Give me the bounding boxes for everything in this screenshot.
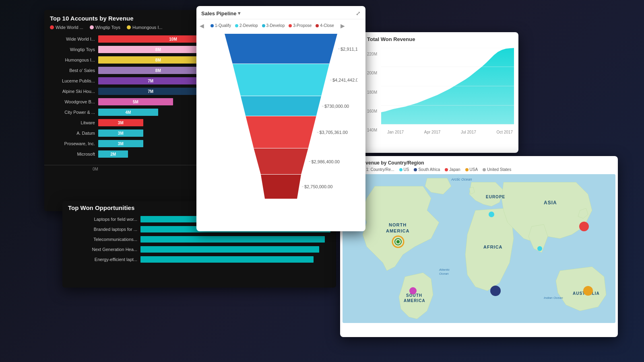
funnel-segment	[233, 64, 329, 96]
funnel-value-label: $4,241,442.00	[332, 78, 357, 82]
funnel-value-label: $730,000.00	[324, 104, 349, 109]
accounts-bar-fill: 7M	[98, 88, 203, 95]
atlantic-ocean-label2: Ocean	[439, 272, 449, 276]
dot-europe	[489, 212, 494, 217]
axis-min: 0M	[93, 167, 98, 171]
funnel-legend-item: 1-Qualify	[211, 23, 231, 28]
dot-usa-center	[396, 240, 400, 243]
funnel-legend-label: 2-Develop	[239, 23, 258, 28]
dot-australia	[583, 286, 593, 296]
funnel-header: Sales Pipeline ▾ ⤢	[196, 6, 365, 19]
funnel-legend-dot	[262, 24, 265, 27]
map-legend-dot	[414, 168, 417, 171]
accounts-bar-fill: 3M	[98, 119, 143, 126]
legend-item-wide-world: Wide World ...	[50, 25, 83, 30]
north-america-label: NORTH	[389, 222, 407, 227]
accounts-bar-label: Alpine Ski Hou...	[50, 89, 98, 94]
funnel-legend-item: 3-Develop	[262, 23, 285, 28]
accounts-bar-label: City Power & ...	[50, 110, 98, 115]
expand-icon[interactable]: ⤢	[356, 10, 361, 16]
dot-south-america	[409, 287, 417, 294]
funnel-legend-item: 2-Develop	[235, 23, 258, 28]
revenue-y-label: 180M	[367, 90, 377, 95]
funnel-legend-label: 1-Qualify	[215, 23, 231, 28]
accounts-bar-label: Wide World I...	[50, 37, 98, 41]
dot-india	[537, 246, 542, 251]
accounts-bar-label: Best o' Sales	[50, 68, 98, 73]
accounts-bar-label: Litware	[50, 120, 98, 125]
map-legend-item: US	[399, 167, 409, 172]
opp-bar-row: Next Generation Hea...3.2M	[68, 245, 330, 253]
revenue-x-label: Apr 2017	[424, 130, 441, 134]
dot-japan	[579, 222, 589, 231]
accounts-bar-fill: 5M	[98, 98, 173, 105]
funnel-legend-item: 3-Propose	[289, 23, 312, 28]
funnel-legend-label: 3-Develop	[266, 23, 285, 28]
legend-item-humongous: Humongous I...	[127, 25, 163, 30]
map-card: Open Revenue by Country/Region Address 1…	[340, 156, 618, 337]
opp-bar-row: Energy-efficient lapt...3.1M	[68, 255, 330, 263]
funnel-segment	[254, 148, 308, 175]
accounts-bar-label: Microsoft	[50, 152, 98, 156]
map-legend-label: United States	[487, 167, 511, 172]
map-legend-item: USA	[465, 167, 478, 172]
north-america-label2: AMERICA	[386, 228, 409, 233]
accounts-bar-label: Lucerne Publis...	[50, 78, 98, 83]
legend-dot-wingtip	[90, 25, 94, 29]
funnel-legend-label: 3-Propose	[293, 23, 312, 28]
opp-bar-label: Telecommunications...	[68, 237, 140, 242]
opp-bar-outer: 3.2M	[140, 246, 330, 253]
map-legend-item: Japan	[445, 167, 460, 172]
funnel-next-icon[interactable]: ▶	[341, 23, 345, 29]
legend-label-wingtip: Wingtip Toys	[95, 25, 120, 30]
map-legend-dot	[483, 168, 486, 171]
funnel-title: Sales Pipeline ▾	[201, 10, 240, 16]
map-legend-dot	[399, 168, 402, 171]
accounts-bar-label: Woodgrove B...	[50, 99, 98, 104]
map-legend: Address 1: Country/Re...USSouth AfricaJa…	[340, 167, 618, 174]
funnel-legend: 1-Qualify2-Develop3-Develop3-Propose4-Cl…	[206, 21, 339, 30]
opp-bar-outer: 3.3M	[140, 236, 330, 243]
revenue-chart-area: 220M200M180M160M140M Jan 2017Apr 2	[361, 48, 518, 144]
revenue-chart	[381, 48, 513, 128]
funnel-title-text: Sales Pipeline	[201, 10, 236, 16]
legend-item-wingtip: Wingtip Toys	[90, 25, 120, 30]
accounts-bar-fill: 3M	[98, 140, 143, 147]
accounts-bar-label: A. Datum	[50, 131, 98, 136]
accounts-bar-label: Proseware, Inc.	[50, 141, 98, 146]
funnel-segment	[225, 34, 337, 64]
accounts-bar-label: Wingtip Toys	[50, 47, 98, 52]
funnel-segment	[241, 96, 321, 116]
legend-label-humongous: Humongous I...	[132, 25, 163, 30]
accounts-bar-fill: 7M	[98, 77, 203, 84]
map-svg: NORTH AMERICA EUROPE ASIA AFRICA SOUTH A…	[343, 174, 615, 323]
accounts-bar-label: Humongous I...	[50, 58, 98, 62]
map-title: Open Revenue by Country/Region	[340, 156, 618, 167]
africa-label: AFRICA	[483, 245, 503, 249]
funnel-value-label: $2,750,000.00	[304, 184, 332, 189]
revenue-title: Total Won Revenue	[361, 32, 518, 44]
opp-bar-fill	[140, 256, 314, 263]
funnel-prev-icon[interactable]: ◀	[200, 23, 204, 29]
chevron-down-icon[interactable]: ▾	[238, 10, 240, 16]
asia-label: ASIA	[544, 200, 557, 206]
arctic-ocean-label: Arctic Ocean	[451, 177, 472, 181]
legend-dot-wide-world	[50, 25, 54, 29]
funnel-legend-dot	[316, 24, 319, 27]
opp-bar-label: Laptops for field wor...	[68, 217, 140, 222]
revenue-y-label: 160M	[367, 109, 377, 113]
funnel-segment	[261, 175, 301, 199]
opp-bar-fill	[140, 236, 325, 243]
funnel-legend-dot	[211, 24, 214, 27]
revenue-y-label: 220M	[367, 52, 377, 56]
opp-bar-label: Next Generation Hea...	[68, 247, 140, 252]
indian-ocean-label: Indian Ocean	[544, 296, 563, 300]
map-body: NORTH AMERICA EUROPE ASIA AFRICA SOUTH A…	[343, 174, 615, 323]
opp-bar-row: Telecommunications...3.3M	[68, 235, 330, 243]
revenue-x-label: Jan 2017	[387, 130, 404, 134]
revenue-x-labels: Jan 2017Apr 2017Jul 2017Oct 2017	[387, 130, 513, 134]
revenue-y-labels: 220M200M180M160M140M	[367, 52, 377, 132]
funnel-legend-dot	[289, 24, 292, 27]
map-legend-item: United States	[483, 167, 511, 172]
legend-label-wide-world: Wide World ...	[56, 25, 83, 30]
